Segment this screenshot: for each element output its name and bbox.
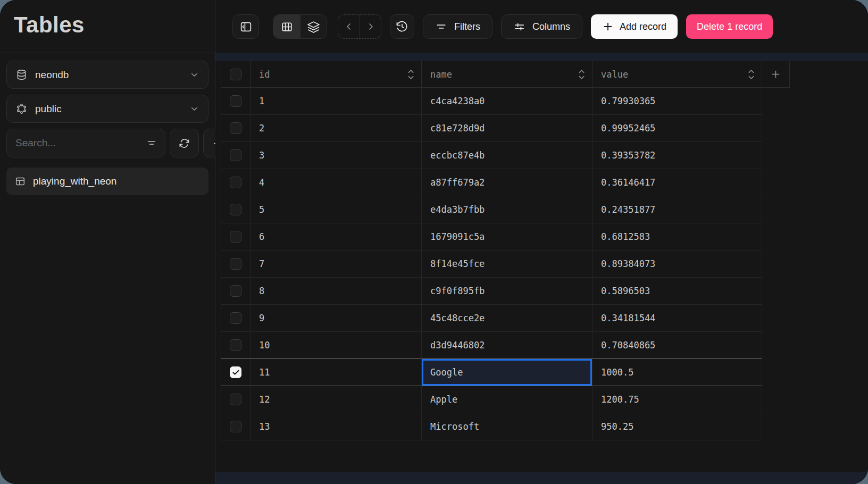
panel-left-icon — [239, 20, 253, 34]
row-filler — [762, 196, 790, 223]
cell-name[interactable]: a87ff679a2 — [422, 169, 592, 196]
cell-id[interactable]: 6 — [251, 223, 422, 251]
cell-name[interactable]: Apple — [422, 386, 592, 413]
column-header-id[interactable]: id — [251, 61, 422, 88]
table-row: 5e4da3b7fbb0.24351877 — [221, 196, 790, 223]
row-filler — [762, 251, 790, 278]
cell-id[interactable]: 4 — [251, 169, 422, 196]
cell-id[interactable]: 10 — [251, 332, 422, 359]
cell-value[interactable]: 0.79930365 — [592, 88, 762, 115]
row-checkbox[interactable] — [230, 204, 241, 215]
row-checkbox[interactable] — [230, 339, 241, 351]
row-filler — [762, 169, 790, 196]
cell-value[interactable]: 1200.75 — [592, 386, 762, 413]
row-select-cell — [221, 196, 251, 223]
prev-page-button[interactable] — [338, 15, 360, 38]
row-select-cell — [221, 305, 251, 332]
cell-value[interactable]: 1000.5 — [592, 359, 762, 386]
filters-button[interactable]: Filters — [423, 14, 493, 39]
row-checkbox[interactable] — [230, 285, 241, 297]
sidebar-item-playing_with_neon[interactable]: playing_with_neon — [6, 168, 208, 195]
cell-value[interactable]: 0.99952465 — [592, 115, 762, 142]
next-page-button[interactable] — [360, 15, 381, 38]
add-record-button[interactable]: Add record — [591, 14, 678, 39]
table-row: 10d3d94468020.70840865 — [221, 332, 790, 359]
cell-value[interactable]: 0.89384073 — [592, 251, 762, 278]
cell-value[interactable]: 0.6812583 — [592, 223, 762, 251]
layers-view-tab[interactable] — [300, 15, 327, 38]
cell-id[interactable]: 9 — [251, 305, 422, 332]
cell-id[interactable]: 7 — [251, 251, 422, 278]
row-checkbox[interactable] — [230, 231, 241, 243]
history-button[interactable] — [390, 14, 414, 39]
cell-name[interactable]: c9f0f895fb — [422, 278, 592, 305]
sort-icon[interactable] — [407, 68, 415, 81]
table-row: 8c9f0f895fb0.5896503 — [221, 278, 790, 305]
cell-value[interactable]: 950.25 — [592, 413, 762, 440]
cell-value[interactable]: 0.39353782 — [592, 142, 762, 169]
refresh-button[interactable] — [170, 129, 199, 157]
sort-icon[interactable] — [747, 68, 755, 81]
columns-button-label: Columns — [532, 21, 570, 32]
cell-name[interactable]: c81e728d9d — [422, 115, 592, 142]
cell-id[interactable]: 13 — [251, 413, 422, 440]
sidebar-header: Tables — [0, 0, 215, 53]
sliders-icon — [513, 21, 525, 33]
cell-name[interactable]: 8f14e45fce — [422, 251, 592, 278]
database-select[interactable]: neondb — [6, 61, 208, 89]
row-select-cell — [221, 142, 251, 169]
cell-value[interactable]: 0.5896503 — [592, 278, 762, 305]
search-input[interactable] — [15, 137, 146, 149]
cell-value[interactable]: 0.70840865 — [592, 332, 762, 359]
cell-id[interactable]: 5 — [251, 196, 422, 223]
row-filler — [762, 359, 790, 386]
cell-name[interactable]: eccbc87e4b — [422, 142, 592, 169]
row-checkbox[interactable] — [230, 95, 241, 107]
filter-lines-icon — [435, 21, 447, 33]
row-checkbox-checked[interactable] — [230, 366, 241, 378]
sidebar-item-label: playing_with_neon — [33, 176, 116, 187]
cell-id[interactable]: 11 — [251, 359, 422, 386]
row-checkbox[interactable] — [230, 258, 241, 270]
cell-name[interactable]: e4da3b7fbb — [422, 196, 592, 223]
row-checkbox[interactable] — [230, 122, 241, 134]
row-filler — [762, 332, 790, 359]
cell-value[interactable]: 0.36146417 — [592, 169, 762, 196]
row-checkbox[interactable] — [230, 149, 241, 161]
database-icon — [15, 69, 28, 81]
cell-name[interactable]: d3d9446802 — [422, 332, 592, 359]
cell-name[interactable]: Microsoft — [422, 413, 592, 440]
sort-icon[interactable] — [578, 68, 586, 81]
table-content: idnamevalue 1c4ca4238a00.799303652c81e72… — [215, 61, 868, 472]
cell-value[interactable]: 0.34181544 — [592, 305, 762, 332]
row-checkbox[interactable] — [230, 421, 241, 432]
table-top-strip — [215, 53, 868, 61]
cell-id[interactable]: 1 — [251, 88, 422, 115]
schema-select[interactable]: public — [6, 95, 208, 123]
add-record-label: Add record — [620, 21, 666, 32]
cell-name[interactable]: 1679091c5a — [422, 223, 592, 251]
cell-id[interactable]: 8 — [251, 278, 422, 305]
cell-id[interactable]: 12 — [251, 386, 422, 413]
cell-id[interactable]: 3 — [251, 142, 422, 169]
table-row: 61679091c5a0.6812583 — [221, 223, 790, 251]
row-checkbox[interactable] — [230, 394, 241, 405]
row-checkbox[interactable] — [230, 312, 241, 324]
grid-view-tab[interactable] — [273, 15, 300, 38]
columns-button[interactable]: Columns — [501, 14, 582, 39]
cell-name[interactable]: c4ca4238a0 — [422, 88, 592, 115]
toolbar: Filters Columns — [215, 0, 868, 53]
row-checkbox[interactable] — [230, 69, 241, 80]
column-header-value[interactable]: value — [592, 61, 762, 88]
cell-name[interactable]: 45c48cce2e — [422, 305, 592, 332]
add-column-button[interactable] — [762, 61, 790, 88]
table-row: 12Apple1200.75 — [221, 386, 790, 413]
cell-id[interactable]: 2 — [251, 115, 422, 142]
cell-name[interactable]: Google — [422, 359, 592, 386]
schema-icon — [15, 103, 28, 115]
cell-value[interactable]: 0.24351877 — [592, 196, 762, 223]
delete-record-button[interactable]: Delete 1 record — [686, 14, 773, 39]
row-checkbox[interactable] — [230, 177, 241, 188]
column-header-name[interactable]: name — [422, 61, 592, 88]
toggle-sidebar-button[interactable] — [232, 14, 259, 39]
